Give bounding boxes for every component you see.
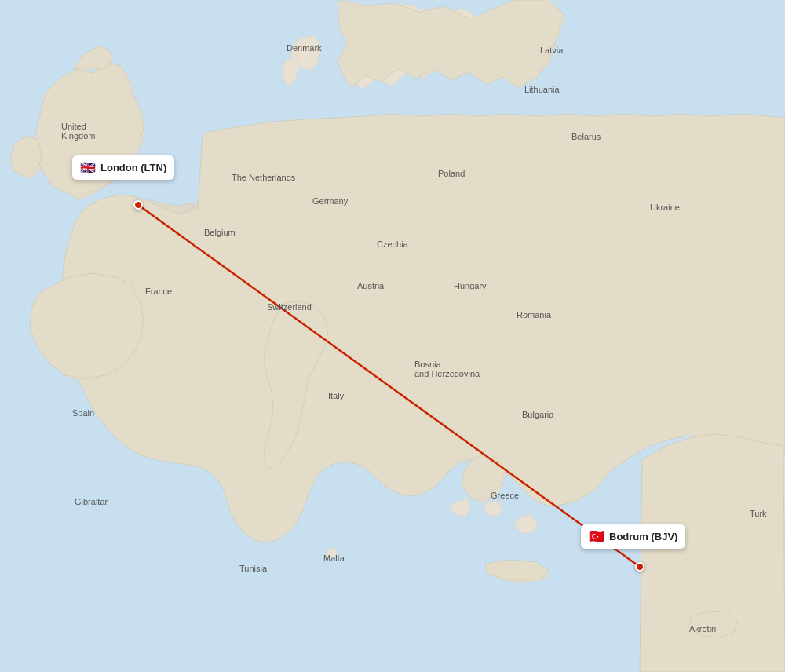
london-dot <box>133 200 143 210</box>
bodrum-dot <box>635 562 644 572</box>
map-container: UnitedKingdom Denmark The Netherlands Be… <box>0 0 785 672</box>
map-svg <box>0 0 785 672</box>
